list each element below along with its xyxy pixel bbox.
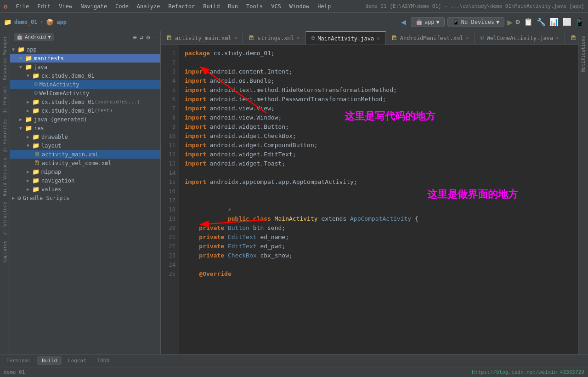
menu-edit[interactable]: Edit [34,2,54,11]
structure-tab[interactable]: Z: Structure [1,199,8,238]
arrow-app: ▼ [12,47,17,52]
tree-label-test: (test) [95,108,113,114]
tree-label-mainactivity: MainActivity [40,81,79,88]
tree-item-manifests[interactable]: ▼ 📁 manifests [10,54,160,63]
app-label: app [424,19,435,25]
breadcrumb-project[interactable]: demo_01 [14,19,38,25]
collapse-icon[interactable]: – [153,34,157,41]
menu-refactor[interactable]: Refactor [164,2,198,11]
device-manager-icon[interactable]: 📱 [575,17,584,26]
layout-icon[interactable]: ⬜ [562,17,571,26]
back-arrow[interactable]: ◀ [399,16,408,28]
sync-tree-icon[interactable]: ⇄ [140,34,143,41]
tree-label-package-test: cx.study.demo_01 [41,99,95,105]
device-selector[interactable]: 📱 No Devices ▼ [447,17,504,27]
settings-tree-icon[interactable]: ⚙ [146,34,150,41]
menu-build[interactable]: Build [199,2,223,11]
tab-androidmanifest[interactable]: 🖹 AndroidManifest.xml ✕ [386,31,475,45]
tab-close-2[interactable]: ✕ [297,35,300,41]
tree-item-mipmap[interactable]: ▶ 📁 mipmap [10,167,160,176]
android-badge[interactable]: 🤖 Android ▼ [14,33,54,41]
tab-close-4[interactable]: ✕ [466,35,469,41]
menu-vcs[interactable]: VCS [267,2,285,11]
tab-close-5[interactable]: ✕ [556,35,559,41]
code-line-7: import android.view.View; [185,104,578,113]
tab-xml-icon-2: 🖹 [249,34,254,41]
menu-file[interactable]: File [12,2,33,11]
tree-item-welcomeactivity[interactable]: © WelComeActivity [10,89,160,97]
tree-item-drawable[interactable]: ▶ 📁 drawable [10,132,160,141]
ln-2: 2 [161,58,175,67]
ln-16: 16 [161,187,175,196]
left-sidebar: Resource Manager 1: Project 2: Favorites… [0,31,10,354]
profiler-icon[interactable]: 📊 [549,17,559,26]
arrow-java: ▼ [19,64,25,69]
arrow-java-gen: ▶ [19,117,25,122]
tree-item-java[interactable]: ▼ 📁 java [10,63,160,71]
tree-item-navigation[interactable]: ▶ 📁 navigation [10,176,160,185]
tab-label-3: MainActivity.java [317,35,374,42]
build-variants-tab[interactable]: Build Variants [1,155,8,199]
tree-item-java-gen[interactable]: ▶ 📁 java (generated) [10,115,160,124]
ln-14: 14 [161,168,175,177]
captures-tab[interactable]: Captures [1,238,8,265]
menu-view[interactable]: View [55,2,76,11]
tree-item-package-test[interactable]: ▶ 📁 cx.study.demo_01 (androidTes...) [10,97,160,106]
new-file-icon[interactable]: ⊕ [133,34,136,41]
tree-item-values[interactable]: ▶ 📁 values [10,185,160,194]
folder-navigation-icon: 📁 [32,177,40,184]
tab-mainactivity[interactable]: © MainActivity.java ✕ [306,31,386,45]
tab-welcomeactivity[interactable]: © WelComeActivity.java ✕ [475,31,565,45]
tree-item-res[interactable]: ▼ 📁 res [10,124,160,132]
menu-tools[interactable]: Tools [243,2,266,11]
tab-close-3[interactable]: ✕ [377,35,380,41]
menu-navigate[interactable]: Navigate [77,2,111,11]
xml-icon-welcome: 🖹 [34,160,40,166]
todo-tab[interactable]: TODO [93,356,114,365]
tab-strings[interactable]: 🖹 strings.xml ✕ [243,31,305,45]
app-selector[interactable]: 🤖 app ▼ [411,17,445,27]
tree-label-manifests: manifests [34,55,64,62]
tree-item-mainactivity[interactable]: © MainActivity [10,80,160,89]
favorites-tab[interactable]: 2: Favorites [1,116,8,155]
run-button[interactable]: ▶ [507,17,513,28]
code-editor[interactable]: 这里是写代码的地方 这里是做界面的地方 1 2 3 [161,45,578,354]
tree-item-layout[interactable]: ▼ 📁 layout [10,141,160,150]
build-tab[interactable]: Build [37,356,62,365]
code-line-15: import androidx.appcompat.app.AppCompatA… [185,177,578,187]
tab-activity-extra[interactable]: 🖹 activ... ✕ [565,31,578,45]
breadcrumb-module[interactable]: app [57,19,67,25]
tab-close-1[interactable]: ✕ [234,35,237,41]
arrow-values: ▶ [27,187,32,192]
android-badge-label: Android [25,34,46,40]
menu-help[interactable]: Help [314,2,334,11]
project-tab[interactable]: 1: Project [1,83,8,116]
tree-item-app[interactable]: ▼ 📁 app [10,45,160,54]
ln-13: 13 [161,159,175,168]
menu-code[interactable]: Code [112,2,132,11]
resource-manager-tab[interactable]: Resource Manager [1,33,8,83]
menu-run[interactable]: Run [224,2,242,11]
tree-item-gradle[interactable]: ▶ ⚙ Gradle Scripts [10,194,160,202]
menu-analyze[interactable]: Analyze [133,2,164,11]
arrow-package-test: ▶ [27,99,32,104]
tree-item-activity-main[interactable]: 🖹 activity_main.xml [10,150,160,159]
tree-label-activity-welcome: activity_wel_come.xml [42,160,112,166]
tab-activity-main[interactable]: 🖹 activity_main.xml ✕ [161,31,243,45]
sdk-icon[interactable]: 🔧 [537,17,546,26]
terminal-tab[interactable]: Terminal [2,356,35,365]
ln-19: 19 [161,214,175,223]
code-line-19 [185,214,578,223]
menu-window[interactable]: Window [286,2,313,11]
folder-layout-icon: 📁 [32,142,40,149]
avd-icon[interactable]: 📋 [524,17,533,26]
tree-item-package[interactable]: ▼ 📁 cx.study.demo_01 [10,71,160,80]
logcat-tab[interactable]: Logcat [63,356,91,365]
tree-label-app: app [27,46,37,53]
code-lines[interactable]: package cx.study.demo_01; import android… [179,45,578,354]
right-sidebar-tab[interactable]: Notifications [580,33,587,74]
tab-java-icon-1: © [311,35,315,42]
tree-item-package-test2[interactable]: ▶ 📁 cx.study.demo_01 (test) [10,106,160,115]
tree-item-activity-welcome[interactable]: 🖹 activity_wel_come.xml [10,159,160,167]
sync-icon[interactable]: ⚙ [515,17,520,26]
